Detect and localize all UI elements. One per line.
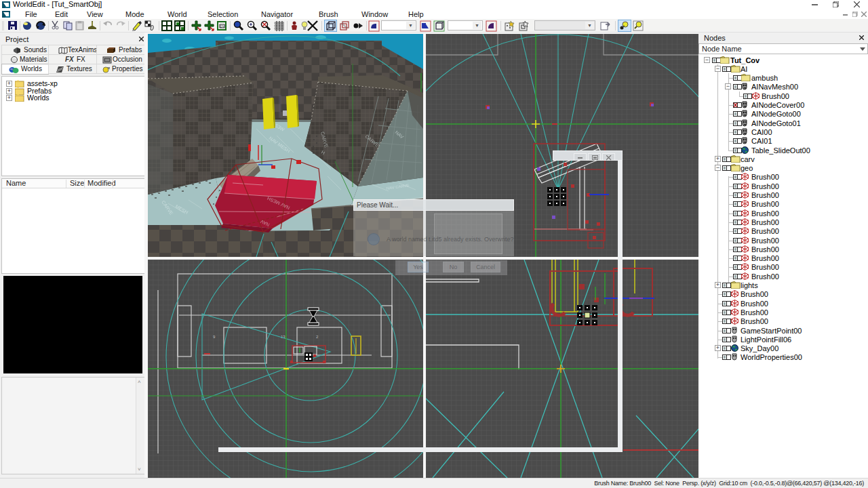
svg-text:EN: EN xyxy=(220,24,224,28)
